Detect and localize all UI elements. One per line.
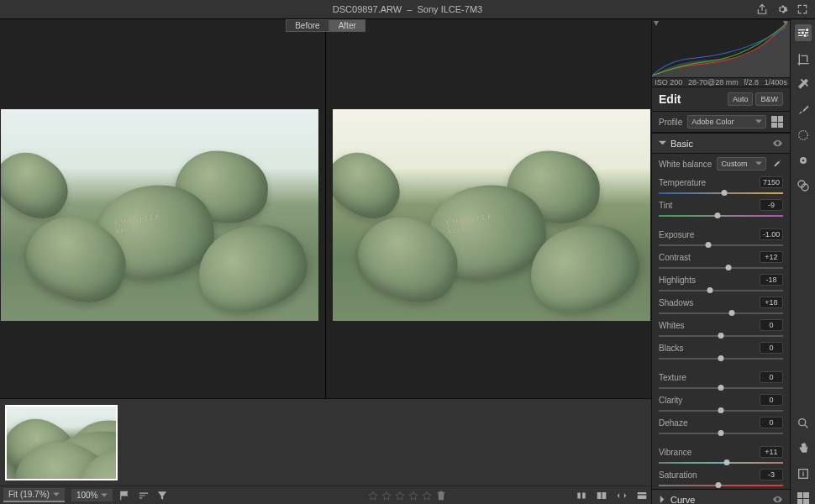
slider-texture[interactable]: Texture0 xyxy=(652,369,790,391)
auto-button[interactable]: Auto xyxy=(728,92,754,106)
slider-value[interactable]: -18 xyxy=(760,274,783,286)
compare-split-icon[interactable] xyxy=(596,490,607,501)
eye-icon[interactable] xyxy=(772,138,783,149)
wb-select[interactable]: Custom xyxy=(717,157,766,171)
compare-horiz-icon[interactable] xyxy=(576,490,587,501)
slider-track[interactable] xyxy=(659,287,783,294)
flag-icon[interactable] xyxy=(119,490,131,501)
edit-panel: ISO 200 28-70@28 mm f/2.8 1/400s Edit Au… xyxy=(651,19,790,504)
toolstrip xyxy=(790,19,815,504)
slider-temperature[interactable]: Temperature7150 xyxy=(652,174,790,197)
slider-dehaze[interactable]: Dehaze0 xyxy=(652,414,790,437)
meta-lens: 28-70@28 mm xyxy=(688,78,739,87)
profile-select[interactable]: Adobe Color xyxy=(687,115,766,129)
compare-swap-icon[interactable] xyxy=(616,490,628,501)
redeye-tool-icon[interactable] xyxy=(797,154,810,167)
slider-highlights[interactable]: Highlights-18 xyxy=(652,271,790,294)
zoom-selector[interactable]: 100% xyxy=(71,489,113,501)
grid-view-icon[interactable] xyxy=(797,492,809,504)
slider-value[interactable]: 0 xyxy=(760,342,783,354)
slider-track[interactable] xyxy=(659,190,783,197)
slider-blacks[interactable]: Blacks0 xyxy=(652,339,790,362)
slider-track[interactable] xyxy=(659,385,783,391)
filmstrip-toggle-icon[interactable] xyxy=(636,490,648,501)
bw-button[interactable]: B&W xyxy=(755,92,783,106)
slider-vibrance[interactable]: Vibrance+11 xyxy=(652,444,790,466)
histogram[interactable] xyxy=(652,19,790,78)
slider-track[interactable] xyxy=(659,482,783,489)
meta-aperture: f/2.8 xyxy=(744,78,759,87)
slider-label: Saturation xyxy=(659,470,697,480)
tab-before[interactable]: Before xyxy=(286,19,329,32)
slider-track[interactable] xyxy=(659,213,783,219)
slider-value[interactable]: +18 xyxy=(760,297,783,308)
slider-track[interactable] xyxy=(659,333,783,339)
crop-tool-icon[interactable] xyxy=(797,53,810,66)
profile-label: Profile xyxy=(659,118,682,127)
trash-icon[interactable] xyxy=(435,490,447,501)
slider-whites[interactable]: Whites0 xyxy=(652,317,790,339)
image-after[interactable]: CHANELLE kevin ♡ xyxy=(333,109,650,321)
compare-divider xyxy=(325,32,326,398)
chevron-down-icon xyxy=(659,139,666,147)
presets-tool-icon[interactable] xyxy=(797,179,810,192)
slider-track[interactable] xyxy=(659,265,783,271)
eyedropper-icon[interactable] xyxy=(771,158,783,170)
sliders-tool-icon[interactable] xyxy=(795,24,812,41)
slider-value[interactable]: 0 xyxy=(760,394,783,406)
svg-point-0 xyxy=(798,131,807,140)
slider-label: Vibrance xyxy=(659,448,691,457)
info-tool-icon[interactable] xyxy=(797,467,810,480)
heal-tool-icon[interactable] xyxy=(797,78,810,92)
slider-saturation[interactable]: Saturation-3 xyxy=(652,466,790,489)
slider-value[interactable]: -9 xyxy=(760,199,783,211)
slider-value[interactable]: +12 xyxy=(760,251,783,263)
before-after-tabs: Before After xyxy=(0,19,651,32)
rating-stars[interactable] xyxy=(368,490,447,501)
gear-icon[interactable] xyxy=(776,3,788,15)
svg-point-5 xyxy=(798,419,805,426)
slider-label: Temperature xyxy=(659,178,706,187)
slider-track[interactable] xyxy=(659,310,783,317)
eye-icon[interactable] xyxy=(772,494,783,504)
thumbnail[interactable] xyxy=(5,405,118,480)
slider-label: Exposure xyxy=(659,230,694,239)
slider-shadows[interactable]: Shadows+18 xyxy=(652,294,790,317)
slider-value[interactable]: 0 xyxy=(760,371,783,383)
meta-shutter: 1/400s xyxy=(765,78,787,87)
share-icon[interactable] xyxy=(756,3,768,15)
zoom-tool-icon[interactable] xyxy=(797,417,810,430)
mask-tool-icon[interactable] xyxy=(797,129,810,142)
slider-track[interactable] xyxy=(659,355,783,362)
slider-contrast[interactable]: Contrast+12 xyxy=(652,249,790,271)
slider-value[interactable]: 0 xyxy=(760,417,783,428)
slider-track[interactable] xyxy=(659,430,783,437)
filter-icon[interactable] xyxy=(156,490,168,501)
slider-track[interactable] xyxy=(659,459,783,466)
slider-exposure[interactable]: Exposure-1.00 xyxy=(652,226,790,249)
tab-after[interactable]: After xyxy=(329,19,365,32)
slider-tint[interactable]: Tint-9 xyxy=(652,197,790,219)
slider-value[interactable]: 7150 xyxy=(760,176,783,188)
brush-tool-icon[interactable] xyxy=(797,103,810,117)
filmstrip xyxy=(0,398,651,486)
slider-track[interactable] xyxy=(659,242,783,249)
slider-track[interactable] xyxy=(659,407,783,414)
slider-value[interactable]: -3 xyxy=(760,469,783,480)
image-before[interactable]: CHANELLE kevin ♡ xyxy=(1,109,318,321)
bottom-bar: Fit (19.7%) 100% xyxy=(0,486,651,504)
slider-label: Contrast xyxy=(659,253,691,262)
fullscreen-icon[interactable] xyxy=(797,3,808,15)
hand-tool-icon[interactable] xyxy=(797,442,810,455)
slider-clarity[interactable]: Clarity0 xyxy=(652,391,790,414)
slider-value[interactable]: 0 xyxy=(760,319,783,331)
section-basic[interactable]: Basic xyxy=(652,133,790,154)
slider-label: Dehaze xyxy=(659,418,687,428)
slider-value[interactable]: +11 xyxy=(760,446,783,458)
section-curve[interactable]: Curve xyxy=(652,489,790,504)
profile-browse-icon[interactable] xyxy=(771,116,783,128)
fit-selector[interactable]: Fit (19.7%) xyxy=(3,488,65,502)
slider-value[interactable]: -1.00 xyxy=(760,228,783,240)
sort-icon[interactable] xyxy=(138,490,150,501)
slider-label: Clarity xyxy=(659,396,682,405)
